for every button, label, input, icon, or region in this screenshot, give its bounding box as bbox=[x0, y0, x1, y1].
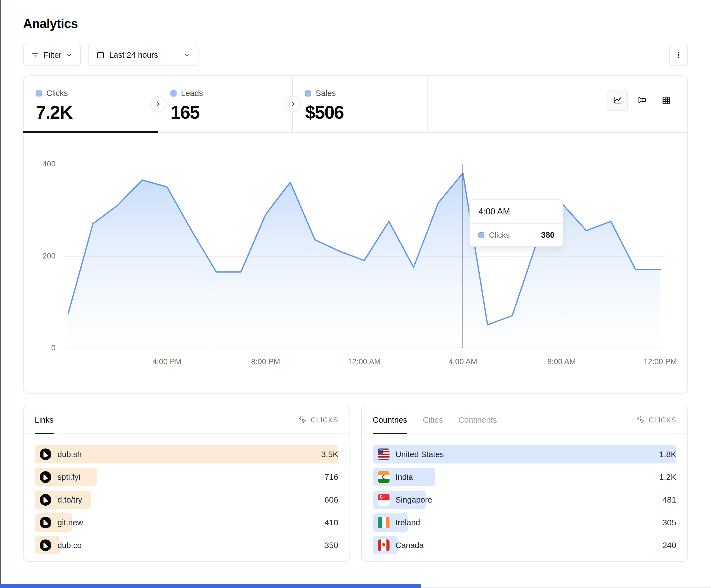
line-chart-icon bbox=[612, 95, 623, 106]
date-range-button[interactable]: Last 24 hours bbox=[88, 44, 198, 66]
chart-tooltip: 4:00 AM Clicks 380 bbox=[470, 199, 563, 247]
y-tick-400: 400 bbox=[30, 159, 56, 168]
tooltip-series-label: Clicks bbox=[489, 231, 510, 240]
date-range-label: Last 24 hours bbox=[109, 50, 158, 60]
x-tick-label: 12:00 AM bbox=[348, 357, 381, 366]
toolbar: Filter Last 24 hours bbox=[23, 44, 688, 66]
country-row[interactable]: United States 1.8K bbox=[373, 445, 676, 463]
table-grid-icon bbox=[661, 95, 672, 106]
chevron-right-icon bbox=[155, 101, 161, 107]
y-tick-0: 0 bbox=[30, 343, 56, 352]
country-clicks-value: 1.8K bbox=[659, 450, 676, 459]
expand-leads-sales-button[interactable] bbox=[285, 96, 301, 112]
bottom-accent-strip bbox=[0, 584, 421, 588]
metric-label: Sales bbox=[316, 89, 336, 98]
cursor-click-icon bbox=[298, 416, 307, 424]
links-rows: dub.sh 3.5K spti.fyi 716 d bbox=[24, 434, 349, 555]
x-tick-label: 4:00 AM bbox=[449, 357, 477, 366]
links-panel-header: Links CLICKS bbox=[24, 406, 349, 434]
tab-countries[interactable]: Countries bbox=[373, 406, 407, 433]
dub-logo-icon bbox=[40, 471, 51, 483]
country-row[interactable]: Ireland 305 bbox=[373, 513, 676, 532]
funnel-chart-icon bbox=[637, 95, 647, 106]
breakdown-panels: Links CLICKS dub.sh 3.5K bbox=[23, 406, 688, 562]
metric-label: Leads bbox=[181, 89, 203, 98]
leads-legend-swatch bbox=[170, 90, 177, 96]
link-name: spti.fyi bbox=[58, 473, 80, 482]
country-clicks-value: 240 bbox=[663, 541, 676, 550]
link-row[interactable]: spti.fyi 716 bbox=[35, 468, 339, 486]
link-clicks-value: 3.5K bbox=[321, 450, 339, 459]
tab-leads[interactable]: Leads 165 bbox=[158, 76, 293, 132]
tooltip-value: 380 bbox=[541, 230, 555, 240]
flag-india-icon bbox=[378, 471, 389, 483]
x-tick-label: 12:00 PM bbox=[644, 357, 677, 366]
link-row[interactable]: d.to/try 606 bbox=[35, 491, 339, 509]
country-name: Singapore bbox=[395, 495, 432, 504]
link-clicks-value: 350 bbox=[324, 541, 338, 550]
window-left-edge bbox=[0, 0, 1, 588]
dub-logo-icon bbox=[40, 494, 51, 506]
dub-logo-icon bbox=[40, 449, 51, 460]
metric-tabs-row: Clicks 7.2K Leads 165 Sales $506 bbox=[24, 76, 687, 133]
geo-rows: United States 1.8K India 1.2K bbox=[362, 434, 688, 555]
links-metric-label: CLICKS bbox=[311, 416, 338, 424]
line-chart-toggle[interactable] bbox=[607, 90, 628, 111]
y-tick-200: 200 bbox=[30, 252, 56, 261]
geo-panel-header: Countries Cities Continents CLICKS bbox=[362, 406, 688, 434]
chart-type-toggles bbox=[607, 76, 687, 132]
tab-links[interactable]: Links bbox=[35, 406, 53, 433]
link-name: git.new bbox=[58, 518, 83, 527]
tooltip-clicks-swatch bbox=[478, 232, 484, 238]
chevron-right-icon bbox=[289, 101, 296, 107]
country-row[interactable]: India 1.2K bbox=[373, 468, 676, 486]
country-name: India bbox=[395, 473, 413, 482]
link-row[interactable]: git.new 410 bbox=[35, 513, 339, 532]
link-name: dub.sh bbox=[58, 450, 82, 459]
cursor-click-icon bbox=[637, 416, 645, 424]
chevron-down-icon bbox=[66, 51, 72, 58]
filter-icon bbox=[31, 51, 39, 59]
link-clicks-value: 410 bbox=[324, 518, 338, 527]
link-row[interactable]: dub.sh 3.5K bbox=[35, 445, 339, 463]
flag-canada-icon bbox=[378, 540, 389, 551]
dub-logo-icon bbox=[40, 540, 51, 551]
links-panel: Links CLICKS dub.sh 3.5K bbox=[23, 406, 350, 562]
country-row[interactable]: Singapore 481 bbox=[373, 491, 676, 509]
metric-value: 165 bbox=[170, 102, 292, 123]
calendar-icon bbox=[96, 51, 105, 59]
country-clicks-value: 305 bbox=[663, 518, 676, 527]
flag-ireland-icon bbox=[378, 517, 389, 528]
expand-clicks-leads-button[interactable] bbox=[150, 96, 166, 112]
x-tick-label: 4:00 PM bbox=[152, 357, 181, 366]
tab-clicks[interactable]: Clicks 7.2K bbox=[24, 76, 158, 132]
clicks-timeseries-chart: 400 200 0 4:00 AM bbox=[24, 133, 687, 393]
tab-sales[interactable]: Sales $506 bbox=[293, 76, 428, 132]
metric-value: 7.2K bbox=[36, 102, 158, 123]
tab-cities[interactable]: Cities bbox=[423, 406, 443, 433]
area-chart-svg[interactable] bbox=[64, 164, 664, 348]
country-name: Canada bbox=[395, 541, 424, 550]
metric-label: Clicks bbox=[46, 89, 68, 98]
country-clicks-value: 481 bbox=[663, 495, 676, 504]
flag-united-states-icon bbox=[378, 449, 389, 460]
hover-cursor-line bbox=[462, 164, 464, 348]
dub-logo-icon bbox=[40, 517, 51, 528]
page-title: Analytics bbox=[23, 16, 688, 31]
chevron-down-icon bbox=[184, 51, 190, 58]
more-options-button[interactable] bbox=[669, 44, 688, 66]
metric-value: $506 bbox=[305, 102, 427, 123]
country-clicks-value: 1.2K bbox=[659, 472, 676, 482]
filter-button-label: Filter bbox=[44, 50, 61, 60]
geo-metric-label: CLICKS bbox=[649, 416, 676, 424]
link-row[interactable]: dub.co 350 bbox=[35, 536, 339, 555]
geo-metric-badge[interactable]: CLICKS bbox=[637, 416, 676, 424]
table-grid-toggle[interactable] bbox=[656, 90, 677, 111]
filter-button[interactable]: Filter bbox=[23, 44, 81, 66]
links-metric-badge[interactable]: CLICKS bbox=[298, 416, 338, 424]
funnel-chart-toggle[interactable] bbox=[631, 90, 652, 111]
sales-legend-swatch bbox=[305, 90, 311, 96]
chart-plot-area: 400 200 0 4:00 AM bbox=[64, 164, 664, 348]
tab-continents[interactable]: Continents bbox=[458, 406, 497, 433]
country-row[interactable]: Canada 240 bbox=[373, 536, 676, 555]
